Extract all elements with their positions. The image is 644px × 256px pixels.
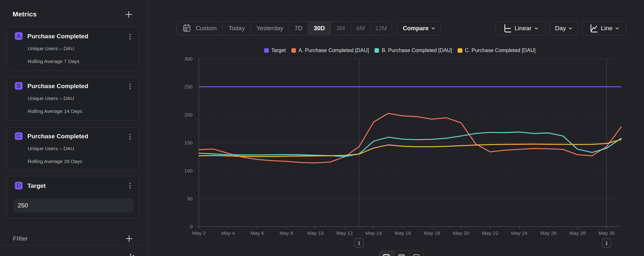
svg-text:May 22: May 22	[482, 230, 498, 236]
svg-text:May 26: May 26	[540, 230, 557, 236]
svg-text:May 16: May 16	[394, 230, 411, 236]
svg-text:May 30: May 30	[598, 230, 615, 236]
svg-text:May 18: May 18	[424, 230, 440, 236]
svg-text:300: 300	[184, 56, 193, 61]
svg-text:0: 0	[190, 224, 193, 229]
svg-text:May 4: May 4	[221, 230, 235, 236]
svg-text:May 6: May 6	[251, 230, 264, 236]
svg-text:1: 1	[358, 240, 361, 246]
svg-text:May 10: May 10	[307, 230, 324, 236]
svg-text:May 12: May 12	[336, 230, 353, 236]
svg-text:May 28: May 28	[569, 230, 586, 236]
svg-text:50: 50	[187, 196, 193, 201]
svg-text:200: 200	[184, 112, 193, 117]
svg-text:May 20: May 20	[453, 230, 469, 236]
svg-text:May 14: May 14	[365, 230, 382, 236]
svg-text:May 2: May 2	[192, 230, 206, 236]
svg-text:250: 250	[184, 84, 193, 89]
svg-text:May 8: May 8	[279, 230, 293, 236]
svg-text:150: 150	[184, 140, 193, 145]
svg-text:1: 1	[605, 240, 608, 246]
svg-text:May 24: May 24	[511, 230, 527, 236]
svg-text:100: 100	[184, 168, 193, 173]
